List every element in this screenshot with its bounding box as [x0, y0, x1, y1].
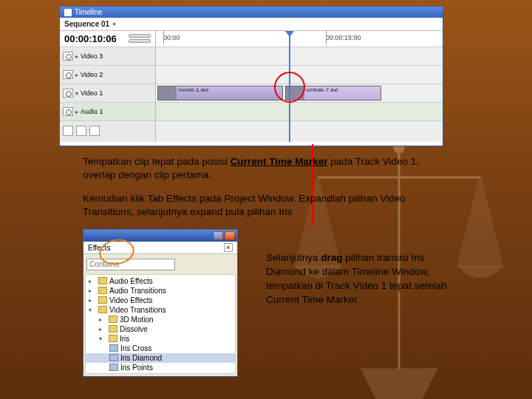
tool-button[interactable]	[89, 126, 100, 136]
speaker-icon[interactable]	[63, 107, 73, 116]
tab-close-icon[interactable]: ×	[224, 243, 233, 252]
tree-iris-points[interactable]: Iris Points	[86, 363, 235, 372]
tree-video-effects[interactable]: ▸Video Effects	[86, 296, 235, 305]
minimize-icon[interactable]	[213, 231, 223, 240]
tree-video-transitions[interactable]: ▾Video Transitions	[86, 305, 235, 315]
eye-icon[interactable]	[63, 89, 73, 98]
close-icon[interactable]	[225, 231, 235, 240]
track-row-audio1[interactable]	[156, 103, 443, 121]
effect-icon	[109, 373, 118, 374]
effects-tree: ▸Audio Effects ▸Audio Transitions ▸Video…	[85, 274, 236, 374]
instruction-paragraph-2: Kemudian klik Tab Effects pada Project W…	[83, 192, 437, 219]
timecode-display[interactable]: 00:00:10:06	[60, 31, 155, 47]
effects-titlebar[interactable]	[83, 230, 237, 242]
track-header-area: 00:00:10:06 ▸ Video 3 ▸ Video 2 ▾ Video …	[60, 31, 156, 142]
tree-audio-transitions[interactable]: ▸Audio Transitions	[86, 286, 235, 296]
folder-icon	[109, 335, 117, 342]
chevron-icon[interactable]: ▸	[75, 109, 78, 115]
folder-icon	[98, 296, 107, 304]
timeline-window: Timeline Sequence 01 × 00:00:10:06 ▸ Vid…	[59, 6, 443, 146]
effect-icon	[109, 364, 118, 371]
tool-button[interactable]	[76, 126, 86, 136]
zoom-sliders[interactable]	[129, 34, 151, 44]
track-header-video2[interactable]: ▸ Video 2	[60, 66, 155, 84]
folder-icon	[109, 325, 117, 332]
tree-3d-motion[interactable]: ▸3D Motion	[86, 315, 235, 324]
eye-icon[interactable]	[63, 52, 73, 61]
track-header-audio1[interactable]: ▸ Audio 1	[60, 103, 155, 121]
effect-icon	[109, 354, 118, 361]
timeline-tools	[60, 121, 155, 140]
tree-iris[interactable]: ▾Iris	[86, 334, 235, 344]
tree-iris-cross[interactable]: Iris Cross	[86, 344, 235, 353]
timeline-title: Timeline	[75, 8, 102, 16]
time-ruler[interactable]: 00:00 00:00:15:00	[156, 31, 443, 47]
clip-movie1[interactable]: movie-1.avi	[157, 86, 283, 100]
track-header-video1[interactable]: ▾ Video 1	[60, 84, 155, 103]
track-row-video3[interactable]	[156, 47, 443, 66]
chevron-icon[interactable]: ▸	[75, 53, 78, 60]
timeline-tracks-area[interactable]: 00:00 00:00:15:00 movie-1.avi ombak-7.av…	[156, 31, 443, 142]
effects-search-input[interactable]	[86, 259, 175, 270]
annotation-circle	[274, 72, 305, 103]
folder-icon	[98, 306, 107, 313]
tool-button[interactable]	[63, 126, 73, 136]
chevron-icon[interactable]: ▸	[75, 72, 78, 78]
sequence-tab[interactable]: Sequence 01 ×	[60, 18, 443, 31]
chevron-icon[interactable]: ▾	[75, 90, 78, 97]
instruction-paragraph-3: Selanjutnya drag pilihan transisi Iris D…	[266, 251, 451, 307]
timeline-icon	[64, 9, 72, 16]
folder-icon	[98, 287, 107, 294]
close-tab-icon[interactable]: ×	[112, 21, 116, 27]
eye-icon[interactable]	[63, 70, 73, 79]
tree-audio-effects[interactable]: ▸Audio Effects	[86, 276, 235, 286]
tree-dissolve[interactable]: ▸Dissolve	[86, 324, 235, 334]
tree-iris-diamond[interactable]: Iris Diamond	[86, 353, 235, 363]
track-header-video3[interactable]: ▸ Video 3	[60, 47, 155, 66]
folder-icon	[98, 277, 107, 284]
tree-iris-round[interactable]: Iris Round	[86, 372, 235, 374]
timeline-titlebar[interactable]: Timeline	[60, 7, 443, 18]
folder-icon	[109, 316, 117, 323]
effect-icon	[109, 344, 118, 352]
instruction-paragraph-1: Tempatkan clip tepat pada posisi Current…	[83, 155, 437, 182]
clip-thumbnail	[158, 86, 177, 100]
